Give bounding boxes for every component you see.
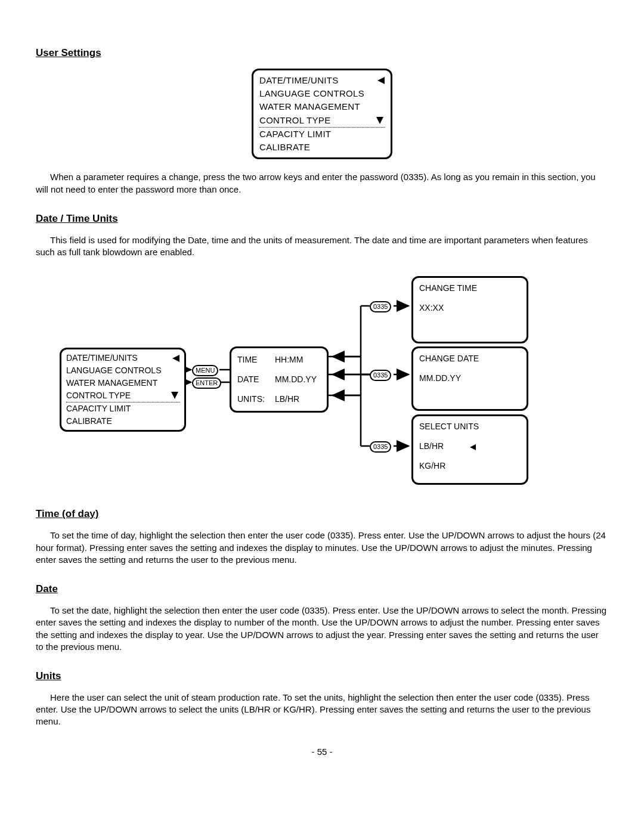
row-date: DATE MM.DD.YY <box>231 373 327 386</box>
flow-diagram: DATE/TIME/UNITS LANGUAGE CONTROLS WATER … <box>36 276 608 491</box>
box-title: SELECT UNITS <box>413 420 527 433</box>
key-pill-menu: MENU <box>192 365 218 376</box>
menu-item-label: LANGUAGE CONTROLS <box>259 88 364 98</box>
field-label: UNITS: <box>237 394 264 405</box>
box-value: MM.DD.YY <box>413 371 527 385</box>
menu-item: DATE/TIME/UNITS <box>66 352 179 364</box>
change-time-box: CHANGE TIME XX:XX <box>411 276 528 343</box>
menu-box-top: DATE/TIME/UNITS LANGUAGE CONTROLS WATER … <box>252 69 392 160</box>
left-arrow-icon <box>172 355 179 362</box>
select-units-box: SELECT UNITS LB/HR KG/HR <box>411 414 528 485</box>
menu-item-label: CAPACITY LIMIT <box>259 129 331 139</box>
row-time: TIME HH:MM <box>231 353 327 367</box>
heading-time-of-day: Time (of day) <box>36 507 608 521</box>
key-pill-enter: ENTER <box>192 377 221 389</box>
menu-item: CONTROL TYPE <box>259 114 385 128</box>
field-value: MM.DD.YY <box>275 374 317 385</box>
menu-item: WATER MANAGEMENT <box>66 377 179 389</box>
change-date-box: CHANGE DATE MM.DD.YY <box>411 346 528 411</box>
box-title: CHANGE TIME <box>413 281 527 295</box>
field-label: TIME <box>237 354 264 366</box>
paragraph-user-settings: When a parameter requires a change, pres… <box>36 171 608 196</box>
menu-item: CAPACITY LIMIT <box>66 402 179 415</box>
menu-item: WATER MANAGEMENT <box>259 100 385 113</box>
menu-item: CAPACITY LIMIT <box>259 128 385 141</box>
menu-item: LANGUAGE CONTROLS <box>259 87 385 100</box>
row-units: UNITS: LB/HR <box>231 392 327 406</box>
menu-item-label: DATE/TIME/UNITS <box>66 353 138 363</box>
menu-item-label: CALIBRATE <box>66 416 112 426</box>
menu-item-label: CONTROL TYPE <box>259 115 330 125</box>
menu-item: CONTROL TYPE <box>66 389 179 402</box>
time-date-units-box: TIME HH:MM DATE MM.DD.YY UNITS: LB/HR <box>230 346 329 413</box>
menu-item-label: CONTROL TYPE <box>66 391 131 400</box>
menu-item-label: CAPACITY LIMIT <box>66 404 131 413</box>
menu-item-label: LANGUAGE CONTROLS <box>66 366 161 375</box>
code-pill: 0335 <box>370 301 391 312</box>
heading-date-time-units: Date / Time Units <box>36 212 608 226</box>
menu-item: LANGUAGE CONTROLS <box>66 364 179 377</box>
heading-user-settings: User Settings <box>36 47 608 60</box>
down-arrow-icon <box>171 392 178 399</box>
paragraph-time-of-day: To set the time of day, highlight the se… <box>36 529 608 566</box>
heading-units: Units <box>36 670 608 683</box>
menu-item: DATE/TIME/UNITS <box>259 74 385 87</box>
box-option: LB/HR <box>413 439 527 453</box>
menu-item: CALIBRATE <box>66 415 179 428</box>
box-value: XX:XX <box>413 301 527 315</box>
menu-item-label: WATER MANAGEMENT <box>66 378 157 388</box>
page-number: - 55 - <box>36 746 608 758</box>
field-value: LB/HR <box>275 394 299 405</box>
menu-box-diagram: DATE/TIME/UNITS LANGUAGE CONTROLS WATER … <box>60 348 186 431</box>
field-value: HH:MM <box>275 354 303 366</box>
paragraph-date: To set the date, highlight the selection… <box>36 605 608 653</box>
menu-item: CALIBRATE <box>259 141 385 154</box>
box-title: CHANGE DATE <box>413 352 527 366</box>
left-arrow-icon <box>470 444 476 450</box>
menu-item-label: WATER MANAGEMENT <box>259 101 360 112</box>
paragraph-units: Here the user can select the unit of ste… <box>36 692 608 728</box>
code-pill: 0335 <box>370 370 391 381</box>
box-option: KG/HR <box>413 459 527 473</box>
menu-item-label: DATE/TIME/UNITS <box>259 75 339 85</box>
field-label: DATE <box>237 374 264 385</box>
down-arrow-icon <box>376 117 383 124</box>
menu-item-label: CALIBRATE <box>259 142 310 152</box>
option-label: LB/HR <box>419 441 444 451</box>
heading-date: Date <box>36 583 608 596</box>
paragraph-date-time-units: This field is used for modifying the Dat… <box>36 234 608 259</box>
left-arrow-icon <box>377 77 385 84</box>
code-pill: 0335 <box>370 441 391 453</box>
